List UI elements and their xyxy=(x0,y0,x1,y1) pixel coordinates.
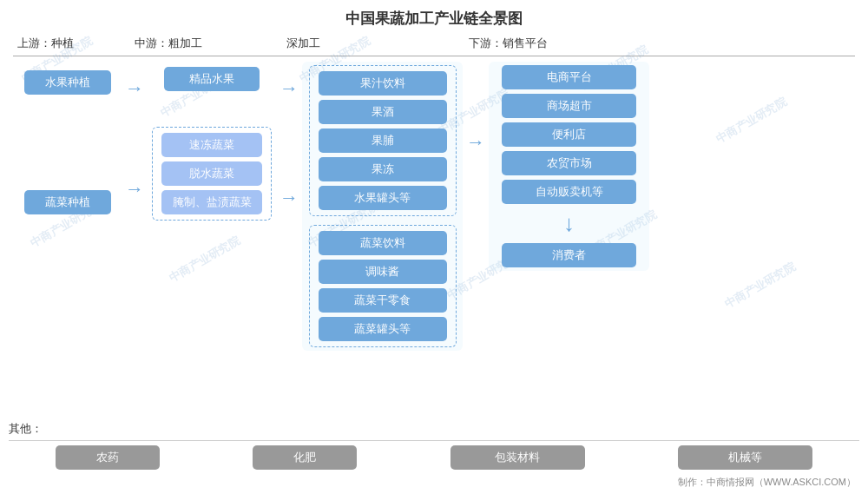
pesticide-box: 农药 xyxy=(56,445,160,470)
divider-bottom xyxy=(9,440,859,441)
juice-box: 果汁饮料 xyxy=(319,71,447,96)
vegetable-mid-group: 速冻蔬菜 脱水蔬菜 腌制、盐渍蔬菜 xyxy=(152,127,272,221)
arrow-to-consumer: ↓ xyxy=(563,210,575,237)
page-title: 中国果蔬加工产业链全景图 xyxy=(13,9,855,29)
veg-snack-box: 蔬菜干零食 xyxy=(319,288,447,313)
jelly-box: 果冻 xyxy=(319,157,447,181)
other-items-row: 农药 化肥 包装材料 机械等 xyxy=(9,445,859,470)
machinery-box: 机械等 xyxy=(678,445,812,470)
preserved-box: 果脯 xyxy=(319,128,447,153)
midstream-col: 精品水果 速冻蔬菜 脱水蔬菜 腌制、盐渍蔬菜 xyxy=(148,62,276,221)
stage-upstream: 上游：种植 xyxy=(17,36,135,51)
canned-veg-box: 蔬菜罐头等 xyxy=(319,317,447,341)
premium-fruit-box: 精品水果 xyxy=(164,67,260,91)
page: 中商产业研究院 中商产业研究院 中商产业研究院 中商产业研究院 中商产业研究院 … xyxy=(0,0,868,494)
veg-deep-group: 蔬菜饮料 调味酱 蔬菜干零食 蔬菜罐头等 xyxy=(309,225,457,347)
footer-note: 制作：中商情报网（WWW.ASKCI.COM） xyxy=(678,476,856,489)
arrow-deep-down: → xyxy=(466,131,485,154)
upstream-col: 水果种植 蔬菜种植 xyxy=(13,62,122,214)
pickled-veg-box: 腌制、盐渍蔬菜 xyxy=(161,190,262,214)
dehydrated-veg-box: 脱水蔬菜 xyxy=(161,161,262,186)
fruit-growing-box: 水果种植 xyxy=(24,70,111,95)
main-flow: 水果种植 蔬菜种植 → → 精品水果 速冻蔬菜 脱水蔬菜 腌制、盐渍蔬菜 → → xyxy=(13,62,855,351)
stage-headers: 上游：种植 中游：粗加工 深加工 下游：销售平台 xyxy=(13,36,855,51)
arrow-fruit-deep: → xyxy=(279,77,299,100)
consumer-box: 消费者 xyxy=(502,243,636,267)
frozen-veg-box: 速冻蔬菜 xyxy=(161,133,262,157)
arrow-fruit-mid: → xyxy=(125,77,144,100)
fertilizer-box: 化肥 xyxy=(253,445,357,470)
arrow-col-1: → → xyxy=(122,62,148,201)
stage-midstream: 中游：粗加工 xyxy=(135,36,286,51)
arrow-col-2: → → xyxy=(276,62,302,209)
canned-fruit-box: 水果罐头等 xyxy=(319,186,447,210)
arrow-col-3: → xyxy=(463,62,489,154)
deep-col: 果汁饮料 果酒 果脯 果冻 水果罐头等 蔬菜饮料 调味酱 蔬菜干零食 蔬菜罐头等 xyxy=(302,62,463,351)
ecommerce-box: 电商平台 xyxy=(502,65,636,89)
convenience-box: 便利店 xyxy=(502,122,636,147)
other-section: 其他： 农药 化肥 包装材料 机械等 xyxy=(9,421,859,470)
divider-top xyxy=(13,56,855,56)
other-label: 其他： xyxy=(9,421,859,437)
packaging-box: 包装材料 xyxy=(450,445,585,470)
stage-downstream: 下游：销售平台 xyxy=(469,36,642,51)
wine-box: 果酒 xyxy=(319,100,447,124)
arrow-veg-deep: → xyxy=(279,187,299,209)
stage-deep: 深加工 xyxy=(286,36,469,51)
supermarket-box: 商场超市 xyxy=(502,94,636,118)
downstream-col: 电商平台 商场超市 便利店 农贸市场 自动贩卖机等 ↓ 消费者 xyxy=(489,62,649,271)
fruit-deep-group: 果汁饮料 果酒 果脯 果冻 水果罐头等 xyxy=(309,65,457,216)
market-box: 农贸市场 xyxy=(502,151,636,175)
vending-box: 自动贩卖机等 xyxy=(502,180,636,204)
arrow-veg-mid: → xyxy=(125,178,144,201)
veg-juice-box: 蔬菜饮料 xyxy=(319,231,447,255)
vegetable-growing-box: 蔬菜种植 xyxy=(24,190,111,214)
sauce-box: 调味酱 xyxy=(319,260,447,284)
